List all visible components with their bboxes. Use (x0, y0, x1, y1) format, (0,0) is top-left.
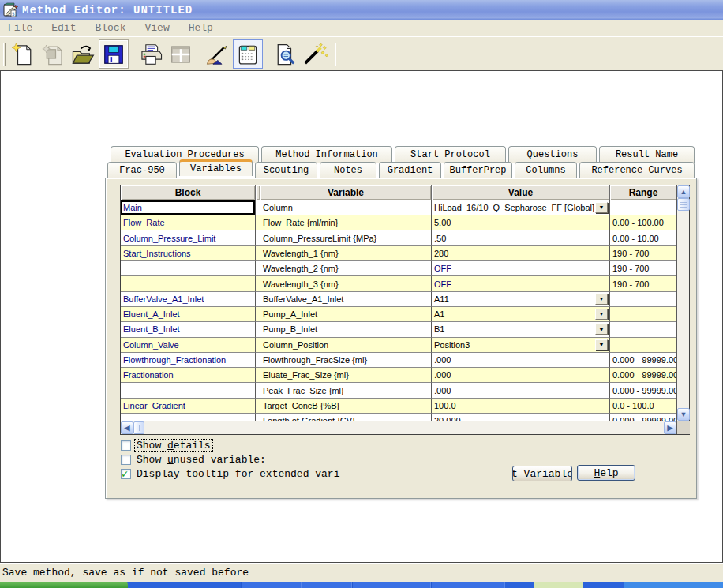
tab-method-information[interactable]: Method Information (261, 146, 392, 163)
block-cell[interactable]: Main (121, 200, 256, 215)
value-cell[interactable]: 100.0 (432, 399, 610, 414)
variable-cell[interactable]: Flow_Rate {ml/min} (260, 215, 432, 230)
tab-columns[interactable]: Columns (515, 162, 577, 178)
value-cell[interactable]: 20.000 (432, 414, 610, 421)
scroll-down-icon[interactable]: ▼ (677, 408, 690, 421)
dropdown-arrow-icon[interactable]: ▼ (595, 324, 608, 335)
checkbox-checked-icon[interactable] (121, 469, 131, 479)
tab-reference-curves[interactable]: Reference Curves (579, 162, 695, 178)
tab-bufferprep[interactable]: BufferPrep (444, 162, 512, 178)
new-from-template-button[interactable] (39, 39, 69, 69)
tab-gradient[interactable]: Gradient (379, 162, 441, 178)
menu-item-block[interactable]: Block (95, 22, 125, 34)
grid-header-block[interactable]: Block (121, 185, 256, 200)
value-cell[interactable]: 5.00 (432, 215, 610, 230)
value-cell[interactable]: .000 (432, 353, 610, 368)
variable-cell[interactable]: Length of Gradient {CV} (260, 414, 432, 421)
horizontal-scrollbar[interactable]: ◀ ▶ (121, 421, 676, 434)
dropdown-arrow-icon[interactable]: ▼ (595, 339, 608, 350)
dropdown-arrow-icon[interactable]: ▼ (595, 309, 608, 320)
block-cell[interactable]: BufferValve_A1_Inlet (121, 292, 256, 307)
value-cell[interactable]: OFF (432, 276, 610, 291)
variable-cell[interactable]: Wavelength_2 {nm} (260, 261, 432, 276)
dropdown-arrow-icon[interactable]: ▼ (595, 202, 608, 213)
menu-item-view[interactable]: View (144, 22, 169, 34)
tab-scouting[interactable]: Scouting (255, 162, 317, 178)
open-method-button[interactable] (69, 39, 99, 69)
toolbar-grip[interactable] (3, 43, 6, 66)
variable-cell[interactable]: Target_ConcB {%B} (260, 399, 432, 414)
scroll-up-icon[interactable]: ▲ (677, 185, 690, 198)
value-cell[interactable]: .50 (432, 230, 610, 245)
horizontal-scroll-thumb[interactable] (133, 421, 144, 434)
start-button[interactable] (0, 582, 128, 588)
variable-cell[interactable]: Pump_B_Inlet (260, 322, 432, 337)
block-cell[interactable]: Eluent_B_Inlet (121, 322, 256, 337)
help-button[interactable]: Help (577, 465, 635, 481)
menu-item-edit[interactable]: Edit (51, 22, 76, 34)
taskbar-window-button[interactable] (352, 582, 431, 588)
variable-cell[interactable]: Flowthrough_FracSize {ml} (260, 353, 432, 368)
checkbox-unchecked-icon[interactable] (121, 455, 131, 465)
tab-notes[interactable]: Notes (320, 162, 376, 178)
new-method-button[interactable] (9, 39, 39, 69)
variable-cell[interactable]: Column_PressureLimit {MPa} (260, 230, 432, 245)
taskbar-window-button[interactable] (534, 582, 583, 588)
variable-cell[interactable]: Pump_A_Inlet (260, 307, 432, 322)
show-details-checkbox[interactable]: Show details (121, 440, 212, 451)
block-cell[interactable] (121, 383, 256, 398)
value-cell[interactable]: OFF (432, 261, 610, 276)
block-cell[interactable] (121, 414, 256, 421)
block-cell[interactable]: Flowthrough_Fractionation (121, 353, 256, 368)
value-cell[interactable]: B1▼ (432, 322, 610, 337)
tab-frac-950[interactable]: Frac-950 (107, 162, 177, 178)
block-cell[interactable] (121, 261, 256, 276)
block-cell[interactable]: Column_Valve (121, 338, 256, 353)
save-method-button[interactable] (99, 39, 129, 69)
notepad-button[interactable] (233, 39, 263, 69)
checkbox-unchecked-icon[interactable] (121, 440, 131, 451)
block-cell[interactable]: Start_Instructions (121, 246, 256, 261)
variable-cell[interactable]: Peak_Frac_Size {ml} (260, 383, 432, 398)
variable-cell[interactable]: Eluate_Frac_Size {ml} (260, 368, 432, 383)
tab-result-name[interactable]: Result Name (599, 146, 695, 163)
scroll-left-icon[interactable]: ◀ (121, 421, 133, 434)
taskbar-window-button[interactable] (431, 582, 505, 588)
vertical-scrollbar[interactable]: ▲ ▼ (676, 185, 689, 434)
block-cell[interactable]: Fractionation (121, 368, 256, 383)
menu-item-help[interactable]: Help (189, 22, 213, 34)
edit-variable-button[interactable]: it Variable. (512, 466, 572, 481)
block-cell[interactable]: Eluent_A_Inlet (121, 307, 256, 322)
tab-variables[interactable]: Variables (179, 159, 253, 176)
print-button[interactable] (136, 39, 166, 69)
dropdown-arrow-icon[interactable]: ▼ (595, 294, 608, 305)
value-cell[interactable]: Position3▼ (432, 338, 610, 353)
variable-cell[interactable]: Column_Position (260, 338, 432, 353)
signature-button[interactable] (203, 39, 233, 69)
block-cell[interactable]: Flow_Rate (121, 215, 256, 230)
scroll-right-icon[interactable]: ▶ (664, 421, 676, 434)
taskbar-window-button[interactable] (241, 582, 302, 588)
grid-header-variable[interactable]: Variable (260, 185, 432, 200)
value-cell[interactable]: .000 (432, 368, 610, 383)
value-cell[interactable]: HiLoad_16/10_Q_Sepharose_FF [Global]▼ (432, 200, 610, 215)
value-cell[interactable]: A1▼ (432, 307, 610, 322)
variable-cell[interactable]: Wavelength_3 {nm} (260, 276, 432, 291)
vertical-scroll-thumb[interactable] (677, 198, 690, 211)
grid-header-value[interactable]: Value (432, 185, 610, 200)
taskbar-window-button[interactable] (302, 582, 352, 588)
value-cell[interactable]: A11▼ (432, 292, 610, 307)
value-cell[interactable]: .000 (432, 383, 610, 398)
wizard-wand-button[interactable] (300, 39, 330, 69)
display-tooltip-checkbox[interactable]: Display tooltip for extended vari (121, 468, 341, 480)
print-preview-button[interactable] (270, 39, 300, 69)
grid-header-range[interactable]: Range (610, 185, 676, 200)
show-unused-variable-checkbox[interactable]: Show unused variable: (121, 454, 268, 466)
block-cell[interactable]: Linear_Gradient (121, 399, 256, 414)
tile-windows-button[interactable] (166, 39, 196, 69)
tab-start-protocol[interactable]: Start Protocol (395, 146, 506, 163)
block-cell[interactable] (121, 276, 256, 291)
tab-questions[interactable]: Questions (508, 146, 597, 163)
variable-cell[interactable]: Wavelength_1 {nm} (260, 246, 432, 261)
block-cell[interactable]: Column_Pressure_Limit (121, 230, 256, 245)
